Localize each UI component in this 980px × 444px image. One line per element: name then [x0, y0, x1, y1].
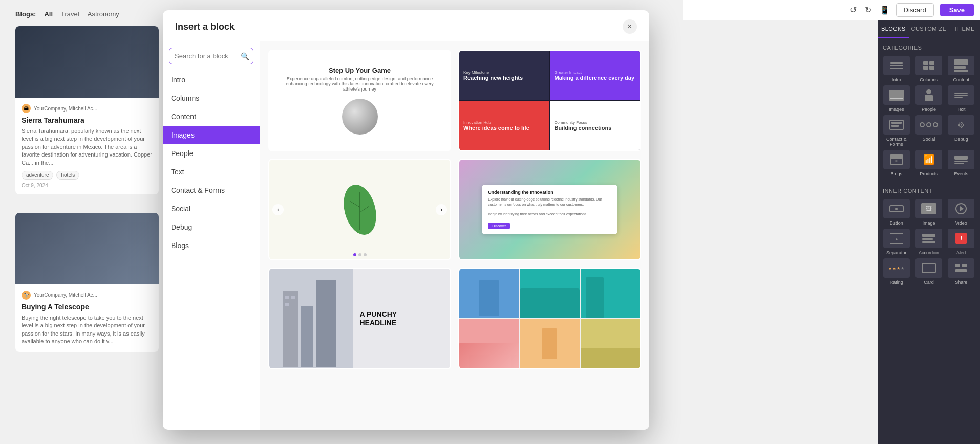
save-button[interactable]: Save [940, 4, 974, 16]
inner-item-accordion[interactable]: Accordion [914, 229, 943, 255]
panel-tabs: BLOCKS CUSTOMIZE THEME [878, 20, 980, 38]
sidebar-nav-images[interactable]: Images [163, 126, 260, 144]
accordion-label: Accordion [919, 250, 939, 255]
block-preview-buildings: A PUNCHYHEADLINE [269, 269, 450, 368]
blocks-grid: Step Up Your Game Experience unparallele… [268, 50, 641, 369]
modal-sidebar: 🔍 Intro Columns Content Images People Te… [163, 41, 260, 430]
panel-item-events[interactable]: Events [947, 150, 976, 176]
panel-item-social[interactable]: Social [914, 115, 943, 147]
hero-subtitle: Experience unparalleled comfort, cutting… [278, 76, 442, 92]
panel-item-debug[interactable]: ⚙ Debug [947, 115, 976, 147]
blog-card-telescope[interactable]: 🔭 YourCompany, Mitchell Ac... Buying A T… [15, 213, 159, 352]
sidebar-nav-blogs[interactable]: Blogs [163, 236, 260, 255]
sidebar-nav-content[interactable]: Content [163, 107, 260, 126]
dots-nav [353, 253, 367, 256]
tab-theme[interactable]: THEME [949, 20, 980, 38]
blog-card-title-2: Buying A Telescope [22, 303, 153, 311]
panel-item-contact[interactable]: Contact & Forms [882, 115, 911, 147]
columns-thumb [915, 56, 942, 75]
prev-button[interactable]: ‹ [272, 204, 284, 215]
blog-author: YourCompany, Mitchell Ac... [34, 106, 97, 112]
panel-item-products[interactable]: 📶 Products [914, 150, 943, 176]
discard-button[interactable]: Discard [896, 3, 934, 17]
alert-thumb: ! [948, 229, 974, 248]
blog-nav-astronomy[interactable]: Astronomy [88, 10, 119, 18]
inner-item-button[interactable]: Button [882, 199, 911, 226]
city-cell-6 [581, 319, 640, 369]
intro-label: Intro [892, 77, 901, 82]
columns-label: Columns [920, 77, 938, 82]
dot-2 [358, 253, 361, 256]
blog-nav-travel[interactable]: Travel [61, 10, 79, 18]
inner-content-grid: Button 🖼 Image Video [878, 197, 980, 290]
block-card-hero[interactable]: Step Up Your Game Experience unparallele… [268, 50, 451, 151]
block-card-leaf[interactable]: ‹ › [268, 159, 451, 260]
inner-item-video[interactable]: Video [947, 199, 976, 226]
sidebar-nav-contact[interactable]: Contact & Forms [163, 181, 260, 199]
blog-card-sierra[interactable]: 🏔 YourCompany, Mitchell Ac... Sierra Tar… [15, 26, 159, 194]
mobile-icon[interactable]: 📱 [880, 5, 890, 15]
panel-item-text[interactable]: Text [947, 85, 976, 112]
undo-icon[interactable]: ↺ [850, 5, 857, 15]
punchy-headline: A PUNCHYHEADLINE [360, 310, 397, 327]
inner-item-card[interactable]: Card [914, 258, 943, 285]
city-cell-2 [520, 269, 579, 318]
content-thumb [948, 56, 974, 75]
city-cell-5 [520, 319, 579, 369]
block-card-city[interactable] [458, 268, 641, 369]
modal-close-button[interactable]: × [623, 19, 637, 34]
inner-item-share[interactable]: Share [947, 258, 976, 285]
milestone-cell-3: Innovation Hub Where ideas come to life [459, 101, 549, 151]
blog-nav-all[interactable]: All [44, 10, 53, 18]
block-card-buildings[interactable]: A PUNCHYHEADLINE [268, 268, 451, 369]
avatar-2: 🔭 [22, 291, 31, 300]
alert-label: Alert [956, 250, 966, 255]
block-card-milestones[interactable]: Key Milestone Reaching new heights Great… [458, 50, 641, 151]
inner-item-image[interactable]: 🖼 Image [914, 199, 943, 226]
modal-title: Insert a block [175, 21, 235, 32]
panel-item-content[interactable]: Content [947, 56, 976, 82]
events-thumb [948, 150, 974, 169]
panel-item-people[interactable]: People [914, 85, 943, 112]
images-label: Images [889, 107, 904, 112]
redo-icon[interactable]: ↻ [865, 5, 871, 15]
understanding-discover-button[interactable]: Discover [488, 223, 510, 229]
sidebar-nav-debug[interactable]: Debug [163, 218, 260, 236]
panel-item-intro[interactable]: Intro [882, 56, 911, 82]
next-button[interactable]: › [436, 204, 447, 215]
blog-card-image [15, 26, 159, 98]
social-thumb [915, 115, 942, 135]
panel-item-images[interactable]: Images [882, 85, 911, 112]
blog-author-2: YourCompany, Mitchell Ac... [34, 292, 97, 298]
dot-1 [353, 253, 356, 256]
separator-thumb: ⬥ [883, 229, 910, 248]
milestone-cell-4: Community Focus Building connections [550, 101, 641, 151]
images-thumb [883, 85, 910, 105]
rating-label: Rating [890, 280, 903, 285]
sidebar-nav-social[interactable]: Social [163, 199, 260, 218]
people-thumb [915, 85, 942, 105]
panel-item-columns[interactable]: Columns [914, 56, 943, 82]
panel-item-blogs[interactable]: ≡ Blogs [882, 150, 911, 176]
block-card-understanding[interactable]: Understanding the Innovation Explore how… [458, 159, 641, 260]
inner-item-separator[interactable]: ⬥ Separator [882, 229, 911, 255]
social-label: Social [923, 137, 935, 142]
tab-customize[interactable]: CUSTOMIZE [909, 20, 948, 38]
block-preview-leaf: ‹ › [269, 160, 450, 259]
sidebar-nav-intro[interactable]: Intro [163, 71, 260, 89]
share-label: Share [955, 280, 967, 285]
blog-card-excerpt: Sierra Tarahumara, popularly known as th… [22, 127, 153, 167]
inner-item-rating[interactable]: ★ ★ ★ ★ Rating [882, 258, 911, 285]
svg-rect-6 [316, 280, 336, 367]
card-thumb [915, 258, 942, 278]
svg-rect-8 [291, 296, 295, 299]
tab-blocks[interactable]: BLOCKS [878, 20, 909, 38]
city-cell-4 [459, 319, 519, 369]
inner-item-alert[interactable]: ! Alert [947, 229, 976, 255]
sidebar-nav-columns[interactable]: Columns [163, 89, 260, 107]
sidebar-nav-text[interactable]: Text [163, 163, 260, 181]
blog-card-image-2 [15, 213, 159, 284]
top-bar: ↺ ↻ 📱 Discard Save [683, 0, 980, 20]
sidebar-nav-people[interactable]: People [163, 144, 260, 163]
city-cell-3 [581, 269, 640, 318]
